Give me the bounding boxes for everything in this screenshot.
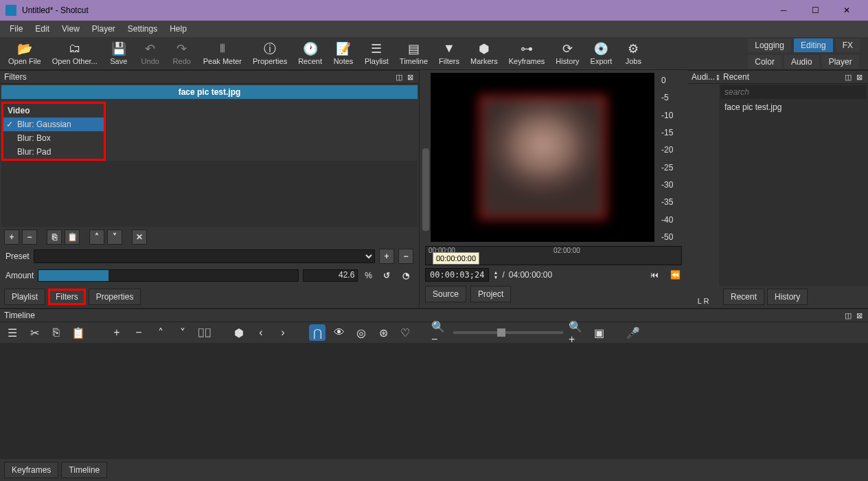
tab-timeline[interactable]: Timeline (61, 462, 107, 478)
prev-marker-button[interactable]: ‹ (253, 324, 269, 341)
delete-preset-button[interactable]: − (398, 249, 413, 264)
menu-settings[interactable]: Settings (122, 23, 163, 35)
ripple-markers-button[interactable]: ♡ (397, 324, 413, 341)
redo-button[interactable]: ↷Redo (166, 41, 198, 67)
tab-recent[interactable]: Recent (723, 289, 764, 305)
cut-button[interactable]: ✂ (26, 324, 43, 341)
keyframe-amount-button[interactable]: ◔ (398, 268, 413, 283)
filters-button[interactable]: ▼Filters (433, 41, 465, 67)
recent-item[interactable]: face pic test.jpg (720, 100, 867, 114)
copy-button[interactable]: ⎘ (48, 324, 65, 341)
menu-player[interactable]: Player (87, 23, 121, 35)
record-audio-button[interactable]: 🎤 (625, 324, 641, 341)
tab-history[interactable]: History (767, 289, 808, 305)
timecode-spinner[interactable]: ▲▼ (493, 270, 498, 280)
notes-button[interactable]: 📝Notes (328, 41, 359, 67)
recent-close-icon[interactable]: ⊠ (854, 72, 864, 82)
layout-color[interactable]: Color (748, 55, 781, 69)
add-filter-button[interactable]: + (4, 230, 19, 245)
total-timecode: 04:00:00:00 (509, 270, 552, 280)
overwrite-button[interactable]: ˅ (174, 324, 191, 341)
timeline-close-icon[interactable]: ⊠ (854, 311, 864, 320)
next-marker-button[interactable]: › (275, 324, 291, 341)
zoom-out-button[interactable]: 🔍− (431, 324, 448, 341)
save-preset-button[interactable]: + (379, 249, 394, 264)
tab-source[interactable]: Source (425, 286, 466, 302)
properties-button[interactable]: ⓘProperties (247, 41, 293, 67)
maximize-button[interactable]: ☐ (799, 0, 831, 21)
menu-edit[interactable]: Edit (30, 23, 55, 35)
main-toolbar: 📂Open File 🗂Open Other... 💾Save ↶Undo ↷R… (0, 37, 868, 70)
deselect-button[interactable]: ✕ (132, 230, 147, 245)
open-other-button[interactable]: 🗂Open Other... (47, 41, 103, 67)
scrub-button[interactable]: 👁 (331, 324, 347, 341)
peak-meter-button[interactable]: ⫴Peak Meter (198, 41, 247, 67)
amount-value[interactable]: 42.6 (303, 269, 358, 282)
timeline-float-icon[interactable]: ◫ (843, 311, 853, 320)
menu-view[interactable]: View (56, 23, 85, 35)
zoom-fit-button[interactable]: ▣ (591, 324, 607, 341)
save-button[interactable]: 💾Save (103, 41, 135, 67)
recent-search-input[interactable] (720, 85, 867, 99)
split-button[interactable]: ⌷⌷ (196, 324, 213, 341)
tab-filters[interactable]: Filters (48, 289, 86, 305)
remove-button[interactable]: − (130, 324, 147, 341)
remove-filter-button[interactable]: − (22, 230, 37, 245)
jobs-button[interactable]: ⚙Jobs (617, 41, 649, 67)
timeline-button[interactable]: ▤Timeline (394, 41, 433, 67)
layout-player[interactable]: Player (822, 55, 859, 69)
ripple-all-button[interactable]: ⊛ (375, 324, 391, 341)
snap-button[interactable]: ⋂ (309, 324, 326, 341)
amount-slider[interactable] (38, 269, 299, 282)
zoom-slider[interactable] (453, 331, 563, 334)
panel-close-icon[interactable]: ⊠ (405, 72, 415, 82)
markers-button[interactable]: ⬢Markers (465, 41, 503, 67)
tab-keyframes[interactable]: Keyframes (4, 462, 58, 478)
close-button[interactable]: ✕ (831, 0, 863, 21)
filter-item-blur-pad[interactable]: Blur: Pad (3, 145, 104, 159)
tab-playlist[interactable]: Playlist (4, 289, 45, 305)
timeline-menu-button[interactable]: ☰ (4, 324, 21, 341)
rewind-button[interactable]: ⏪ (668, 268, 682, 282)
panel-float-icon[interactable]: ◫ (394, 72, 404, 82)
recent-button[interactable]: 🕐Recent (293, 41, 328, 67)
preview-canvas[interactable] (431, 73, 654, 242)
tab-project[interactable]: Project (470, 286, 511, 302)
current-timecode[interactable]: 00:00:03;24 (425, 268, 489, 282)
minimize-button[interactable]: ─ (768, 0, 799, 21)
export-button[interactable]: 💿Export (585, 41, 618, 67)
reset-amount-button[interactable]: ↺ (379, 268, 394, 283)
ripple-button[interactable]: ◎ (353, 324, 369, 341)
layout-editing[interactable]: Editing (794, 38, 833, 52)
move-up-button[interactable]: ˄ (89, 230, 104, 245)
skip-prev-button[interactable]: ⏮ (648, 268, 661, 282)
layout-fx[interactable]: FX (836, 38, 860, 52)
marker-button[interactable]: ⬢ (231, 324, 247, 341)
paste-button[interactable]: 📋 (70, 324, 87, 341)
history-icon: ⟳ (560, 42, 574, 56)
append-button[interactable]: + (108, 324, 125, 341)
zoom-in-button[interactable]: 🔍+ (569, 324, 585, 341)
layout-audio[interactable]: Audio (784, 55, 819, 69)
timeline-tracks[interactable] (0, 343, 868, 459)
lift-button[interactable]: ˄ (152, 324, 169, 341)
playlist-button[interactable]: ☰Playlist (359, 41, 394, 67)
move-down-button[interactable]: ˅ (107, 230, 122, 245)
scrub-handle[interactable] (422, 148, 429, 231)
paste-filter-button[interactable]: 📋 (65, 230, 80, 245)
menu-file[interactable]: File (4, 23, 28, 35)
recent-float-icon[interactable]: ◫ (843, 72, 853, 82)
folder-open-icon: 📂 (18, 42, 32, 56)
filter-item-blur-box[interactable]: Blur: Box (3, 131, 104, 145)
copy-filter-button[interactable]: ⎘ (47, 230, 62, 245)
preset-select[interactable] (34, 249, 375, 263)
history-button[interactable]: ⟳History (550, 41, 584, 67)
keyframes-button[interactable]: ⊶Keyframes (503, 41, 551, 67)
layout-logging[interactable]: Logging (748, 38, 791, 52)
menu-help[interactable]: Help (164, 23, 192, 35)
tab-properties[interactable]: Properties (89, 289, 141, 305)
open-file-button[interactable]: 📂Open File (3, 41, 47, 67)
time-ruler[interactable]: 00:00:00 02:00:00 00:00:00:00 (425, 246, 682, 265)
undo-button[interactable]: ↶Undo (135, 41, 166, 67)
filter-item-blur-gaussian[interactable]: ✓Blur: Gaussian (3, 118, 104, 131)
